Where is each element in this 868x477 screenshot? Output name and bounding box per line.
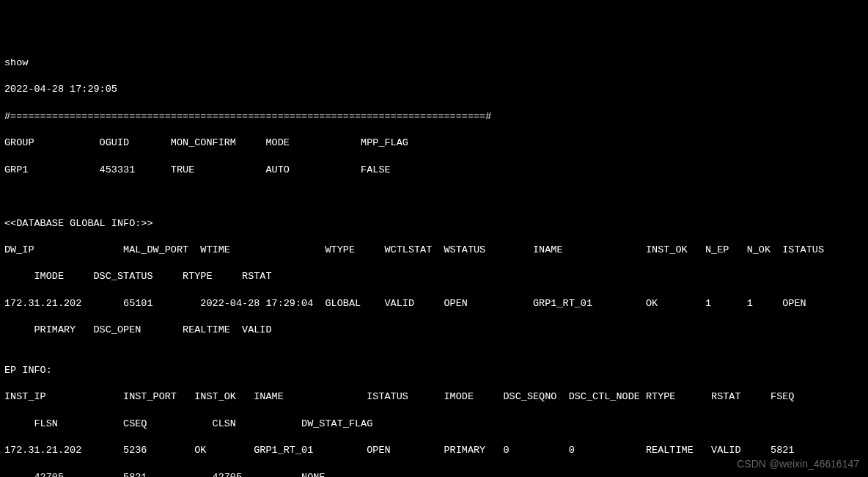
db-header-2: IMODE DSC_STATUS RTYPE RSTAT <box>4 270 864 283</box>
group-header: GROUP OGUID MON_CONFIRM MODE MPP_FLAG <box>4 136 864 150</box>
timestamp-line: 2022-04-28 17:29:05 <box>4 83 864 96</box>
ep-header-1: INST_IP INST_PORT INST_OK INAME ISTATUS … <box>4 390 864 404</box>
db1-row-2: PRIMARY DSC_OPEN REALTIME VALID <box>4 324 864 337</box>
ep1-row-1: 172.31.21.202 5236 OK GRP1_RT_01 OPEN PR… <box>4 444 864 457</box>
db1-row-1: 172.31.21.202 65101 2022-04-28 17:29:04 … <box>4 297 864 310</box>
divider-line: #=======================================… <box>4 110 864 123</box>
db-header-1: DW_IP MAL_DW_PORT WTIME WTYPE WCTLSTAT W… <box>4 244 864 257</box>
ep1-row-2: 42705 5821 42705 NONE <box>4 471 864 477</box>
db-global-title: <<DATABASE GLOBAL INFO:>> <box>4 217 864 230</box>
command-line: show <box>4 57 864 70</box>
ep-info-title: EP INFO: <box>4 364 864 377</box>
ep-header-2: FLSN CSEQ CLSN DW_STAT_FLAG <box>4 418 864 431</box>
group-row: GRP1 453331 TRUE AUTO FALSE <box>4 164 864 177</box>
watermark-text: CSDN @weixin_46616147 <box>737 457 859 471</box>
